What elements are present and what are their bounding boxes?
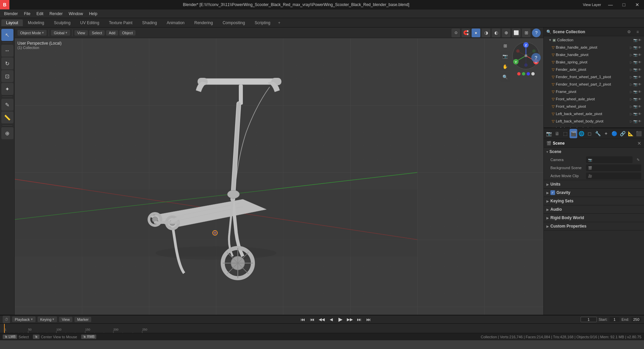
collection-icon[interactable]: ⊞ (500, 41, 510, 50)
viewport-help-icon[interactable]: ? (531, 53, 541, 62)
camera-restrict-icon[interactable]: 📷 (633, 53, 637, 57)
select-menu-button[interactable]: Select (89, 30, 105, 36)
active-clip-value[interactable]: 🎥 (586, 172, 641, 179)
properties-icon-materials[interactable]: ⬛ (635, 129, 643, 138)
props-close-button[interactable]: ✕ (637, 141, 641, 146)
camera-view-icon[interactable]: 📷 (500, 51, 510, 61)
menu-window[interactable]: Window (66, 11, 86, 17)
restrict-icon[interactable]: ▷ (630, 75, 633, 79)
play-button[interactable]: ▶ (336, 315, 344, 323)
playback-menu-button[interactable]: Playback ▾ (12, 316, 36, 322)
help-button[interactable]: ? (532, 29, 541, 37)
viewport-shading-rendered[interactable]: ◐ (492, 29, 500, 37)
camera-restrict-icon[interactable]: 📷 (633, 75, 637, 79)
background-scene-value[interactable]: 🎬 (586, 164, 641, 171)
menu-blender[interactable]: Blender (1, 11, 20, 17)
grab-icon[interactable]: ✋ (500, 62, 510, 71)
visibility-icon[interactable]: 👁 (638, 112, 641, 116)
object-menu-button[interactable]: Object (119, 30, 136, 36)
search-icon[interactable]: 🔍 (500, 72, 510, 82)
properties-icon-world[interactable]: 🌐 (578, 129, 585, 138)
tab-shading[interactable]: Shading (138, 19, 162, 26)
current-frame-input[interactable] (581, 317, 597, 322)
jump-end-button[interactable]: ⏭ (365, 315, 373, 323)
viewport-canvas[interactable]: User Perspective (Local) (1) Collection … (15, 38, 543, 315)
viewport-shading-material[interactable]: ◑ (482, 29, 490, 37)
camera-restrict-icon[interactable]: 📷 (633, 119, 637, 123)
tab-rendering[interactable]: Rendering (190, 19, 217, 26)
properties-icon-particles[interactable]: ✦ (602, 129, 610, 138)
add-menu-button[interactable]: Add (106, 30, 118, 36)
tab-animation[interactable]: Animation (162, 19, 189, 26)
rigid-body-world-section-header[interactable]: ▶ Rigid Body World (544, 214, 644, 222)
proportional-edit-button[interactable]: ⊙ (451, 29, 460, 37)
step-back-button[interactable]: ◀◀ (318, 315, 326, 323)
restrict-icon[interactable]: ▷ (630, 46, 633, 49)
tab-sculpting[interactable]: Sculpting (49, 19, 75, 26)
view-menu-button[interactable]: View (74, 30, 88, 36)
properties-icon-data[interactable]: 📐 (627, 129, 634, 138)
outliner-item-fender-front-1[interactable]: ▽ Fender_front_wheel_part_1_pivot ▷ 📷 👁 (544, 73, 644, 81)
close-button[interactable]: ✕ (631, 0, 644, 9)
outliner-options-button[interactable]: ≡ (634, 28, 641, 36)
jump-start-button[interactable]: ⏮ (299, 315, 307, 323)
camera-restrict-icon[interactable]: 📷 (633, 127, 637, 128)
custom-properties-section-header[interactable]: ▶ Custom Properties (544, 222, 644, 230)
tab-texture-paint[interactable]: Texture Paint (104, 19, 137, 26)
camera-restrict-icon[interactable]: 📷 (633, 68, 637, 71)
tab-scripting[interactable]: Scripting (250, 19, 275, 26)
restrict-icon[interactable]: ▷ (630, 90, 633, 94)
restrict-icon[interactable]: ▷ (630, 53, 633, 57)
global-transform-selector[interactable]: Global ▾ (51, 30, 70, 36)
snap-button[interactable]: 🧲 (462, 29, 470, 37)
camera-restrict-icon[interactable]: 📷 (633, 105, 637, 108)
outliner-item-brake-handle[interactable]: ▽ Brake_handle_pivot ▷ 📷 👁 (544, 51, 644, 58)
gravity-section-header[interactable]: ▶ ✓ Gravity (544, 189, 644, 197)
outliner-item-fender-axle[interactable]: ▽ Fender_axle_pivot ▷ 📷 👁 (544, 66, 644, 73)
properties-icon-scene[interactable]: 🎬 (570, 129, 577, 138)
visibility-icon[interactable]: 👁 (638, 127, 641, 128)
camera-restrict-icon[interactable]: 📷 (633, 112, 637, 116)
properties-icon-view-layer[interactable]: ⬚ (561, 129, 569, 138)
marker-menu-button[interactable]: Marker (74, 317, 91, 322)
camera-value[interactable]: 📷 (586, 156, 633, 163)
menu-file[interactable]: File (21, 11, 33, 17)
properties-icon-constraints[interactable]: 🔗 (619, 129, 626, 138)
maximize-button[interactable]: □ (617, 0, 631, 9)
visibility-icon[interactable]: 👁 (638, 119, 641, 123)
tab-compositing[interactable]: Compositing (218, 19, 250, 26)
outliner-item-front-wheel-axle[interactable]: ▽ Front_wheel_axle_pivot ▷ 📷 👁 (544, 95, 644, 103)
step-forward-button[interactable]: ▶▶ (346, 315, 354, 323)
properties-icon-render[interactable]: 📷 (545, 129, 552, 138)
gizmos-button[interactable]: ⊞ (522, 29, 531, 37)
outliner-filter-button[interactable]: ⚙ (625, 28, 633, 36)
menu-help[interactable]: Help (86, 11, 100, 17)
outliner-item-front-wheel[interactable]: ▽ Front_wheel_pivot ▷ 📷 👁 (544, 103, 644, 110)
properties-icon-physics[interactable]: 🔵 (610, 129, 618, 138)
object-mode-selector[interactable]: Object Mode ▾ (17, 30, 47, 36)
camera-restrict-icon[interactable]: 📷 (633, 60, 637, 64)
restrict-icon[interactable]: ▷ (630, 83, 633, 86)
xray-button[interactable]: ⬜ (512, 29, 521, 37)
restrict-icon[interactable]: ▷ (630, 97, 633, 101)
viewport-shading-solid[interactable]: ● (472, 29, 480, 37)
outliner-item-left-back-axle[interactable]: ▽ Left_back_wheel_axle_pivot ▷ 📷 👁 (544, 110, 644, 117)
transform-tool-button[interactable]: ✦ (1, 83, 13, 95)
outliner-item-brake-handle-axle[interactable]: ▽ Brake_handle_axle_pivot ▷ 📷 👁 (544, 44, 644, 51)
minimize-button[interactable]: — (604, 0, 617, 9)
gravity-checkbox[interactable]: ✓ (550, 190, 555, 195)
prev-keyframe-button[interactable]: ⏮ (308, 315, 316, 323)
menu-render[interactable]: Render (47, 11, 65, 17)
restrict-icon[interactable]: ▷ (630, 112, 633, 116)
restrict-icon[interactable]: ▷ (630, 60, 633, 64)
outliner-item-collection[interactable]: ▾ ▣ Collection 📷 👁 (544, 36, 644, 44)
keying-menu-button[interactable]: Keying ▾ (38, 316, 57, 322)
units-section-header[interactable]: ▶ Units (544, 180, 644, 188)
visibility-icon[interactable]: 👁 (638, 38, 641, 42)
view-menu-button-timeline[interactable]: View (59, 317, 72, 322)
properties-icon-output[interactable]: 🖥 (553, 129, 560, 138)
tab-uv-editing[interactable]: UV Editing (75, 19, 104, 26)
add-object-tool-button[interactable]: ⊕ (1, 127, 13, 139)
restrict-icon[interactable]: ▷ (630, 68, 633, 71)
menu-edit[interactable]: Edit (34, 11, 46, 17)
